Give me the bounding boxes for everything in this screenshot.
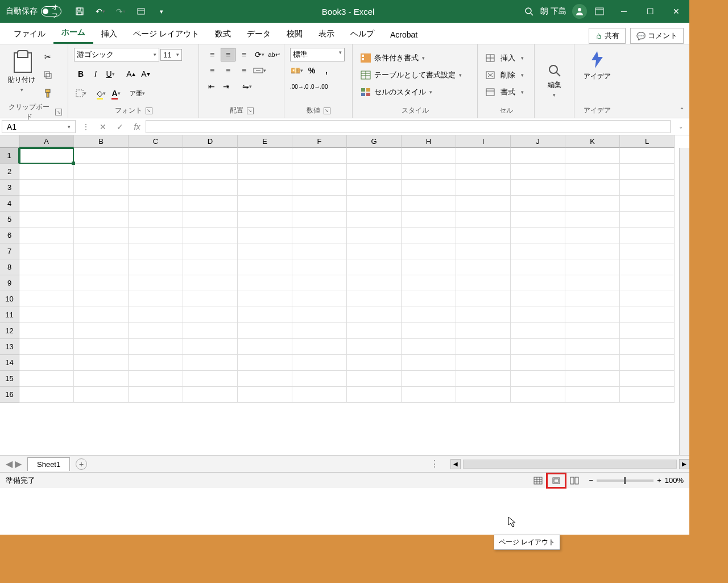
align-top-icon[interactable]: ≡ — [205, 48, 220, 61]
zoom-in-button[interactable]: + — [657, 476, 661, 485]
row-header-11[interactable]: 11 — [0, 307, 19, 323]
autosave-toggle[interactable]: オフ — [41, 6, 61, 16]
row-header-12[interactable]: 12 — [0, 323, 19, 339]
font-launcher[interactable]: ↘ — [146, 107, 152, 114]
share-button[interactable]: 🖒共有 — [589, 28, 626, 44]
currency-icon[interactable]: 💴▾ — [290, 64, 304, 77]
col-header-H[interactable]: H — [402, 135, 456, 148]
col-header-G[interactable]: G — [347, 135, 402, 148]
copy-icon[interactable] — [41, 68, 55, 82]
col-header-I[interactable]: I — [456, 135, 511, 148]
font-color-button[interactable]: A▾ — [109, 86, 123, 100]
hscroll-right-icon[interactable]: ▶ — [679, 459, 689, 469]
tab-help[interactable]: ヘルプ — [342, 24, 382, 44]
row-header-14[interactable]: 14 — [0, 355, 19, 371]
delete-cells-button[interactable]: 削除▾ — [483, 68, 526, 82]
tab-page-layout[interactable]: ページ レイアウト — [125, 24, 207, 44]
increase-decimal-icon[interactable]: .00→.0 — [290, 80, 308, 93]
number-format-combo[interactable]: 標準▾ — [290, 48, 345, 61]
hscroll-left-icon[interactable]: ◀ — [450, 459, 461, 469]
orientation-icon[interactable]: ⟳▾ — [253, 48, 266, 61]
view-page-break-icon[interactable] — [565, 474, 584, 487]
col-header-B[interactable]: B — [74, 135, 129, 148]
horizontal-scrollbar[interactable] — [463, 460, 677, 469]
decrease-font-icon[interactable]: A▾ — [139, 67, 152, 81]
font-size-combo[interactable]: 11▾ — [160, 49, 182, 61]
view-normal-icon[interactable] — [529, 474, 547, 487]
comma-icon[interactable]: , — [320, 64, 333, 77]
select-all-corner[interactable] — [0, 135, 19, 148]
qat-form-icon[interactable] — [134, 5, 148, 18]
new-sheet-button[interactable]: + — [76, 458, 87, 470]
row-header-8[interactable]: 8 — [0, 259, 19, 275]
percent-icon[interactable]: % — [305, 64, 318, 77]
increase-indent-icon[interactable]: ⇥ — [220, 80, 233, 93]
align-right-icon[interactable]: ≡ — [237, 64, 251, 77]
enter-formula-icon[interactable]: ✓ — [111, 118, 129, 135]
format-cells-button[interactable]: 書式▾ — [483, 85, 526, 99]
redo-icon[interactable]: ↷▾ — [114, 5, 127, 18]
formula-input[interactable] — [146, 120, 671, 133]
alignment-launcher[interactable]: ↘ — [247, 107, 254, 114]
col-header-C[interactable]: C — [129, 135, 183, 148]
tab-insert[interactable]: 挿入 — [93, 24, 125, 44]
tab-file[interactable]: ファイル — [6, 24, 53, 44]
tab-formulas[interactable]: 数式 — [207, 24, 239, 44]
search-icon[interactable] — [522, 5, 536, 18]
maximize-button[interactable]: ☐ — [637, 0, 663, 23]
row-header-3[interactable]: 3 — [0, 180, 19, 196]
view-page-layout-icon[interactable] — [547, 474, 565, 487]
row-header-10[interactable]: 10 — [0, 291, 19, 307]
row-header-2[interactable]: 2 — [0, 164, 19, 180]
align-bottom-icon[interactable]: ≡ — [237, 48, 251, 61]
col-header-J[interactable]: J — [511, 135, 565, 148]
row-header-9[interactable]: 9 — [0, 275, 19, 291]
undo-icon[interactable]: ↶▾ — [93, 5, 107, 18]
tab-review[interactable]: 校閲 — [279, 24, 311, 44]
bold-button[interactable]: B — [74, 67, 88, 81]
sheet-nav-prev-icon[interactable]: ◀ — [6, 458, 13, 469]
editing-button[interactable]: 編集▾ — [545, 61, 564, 100]
tab-data[interactable]: データ — [239, 24, 279, 44]
text-direction-icon[interactable]: ⇋▾ — [240, 80, 254, 93]
cut-icon[interactable]: ✂ — [41, 50, 55, 64]
col-header-E[interactable]: E — [238, 135, 292, 148]
close-button[interactable]: ✕ — [663, 0, 689, 23]
merge-cells-icon[interactable]: ▾ — [253, 64, 266, 77]
cells-area[interactable] — [19, 148, 679, 455]
minimize-button[interactable]: ─ — [611, 0, 637, 23]
col-header-A[interactable]: A — [19, 135, 74, 148]
col-header-K[interactable]: K — [565, 135, 620, 148]
fb-more-icon[interactable]: ⋮ — [77, 118, 94, 135]
row-header-5[interactable]: 5 — [0, 212, 19, 228]
format-painter-icon[interactable] — [41, 86, 55, 100]
collapse-ribbon-icon[interactable]: ⌃ — [679, 106, 685, 114]
sheet-nav-next-icon[interactable]: ▶ — [15, 458, 22, 469]
col-header-D[interactable]: D — [183, 135, 238, 148]
number-launcher[interactable]: ↘ — [324, 107, 330, 114]
align-middle-icon[interactable]: ≡ — [221, 48, 235, 61]
row-header-7[interactable]: 7 — [0, 243, 19, 259]
ribbon-display-icon[interactable] — [593, 5, 606, 18]
cancel-formula-icon[interactable]: ✕ — [94, 118, 111, 135]
tab-home[interactable]: ホーム — [53, 23, 93, 44]
font-name-combo[interactable]: 游ゴシック▾ — [74, 48, 159, 61]
wrap-text-icon[interactable]: ab↵ — [267, 48, 281, 61]
paste-button[interactable]: 貼り付け ▾ — [6, 48, 38, 95]
align-left-icon[interactable]: ≡ — [205, 64, 220, 77]
comment-button[interactable]: 💬コメント — [630, 28, 684, 44]
ideas-button[interactable]: アイデア — [581, 48, 613, 84]
decrease-indent-icon[interactable]: ⇤ — [205, 80, 218, 93]
expand-formula-icon[interactable]: ⌄ — [672, 118, 689, 135]
table-format-button[interactable]: テーブルとして書式設定▾ — [358, 68, 464, 82]
qat-customize-icon[interactable]: ▾ — [155, 5, 168, 18]
tab-acrobat[interactable]: Acrobat — [382, 26, 425, 44]
save-icon[interactable] — [73, 5, 86, 18]
name-box[interactable]: A1▾ — [2, 120, 76, 133]
cell-styles-button[interactable]: セルのスタイル▾ — [358, 85, 435, 99]
underline-button[interactable]: U▾ — [104, 67, 117, 81]
clipboard-launcher[interactable]: ↘ — [55, 109, 62, 115]
zoom-out-button[interactable]: − — [589, 476, 594, 485]
borders-button[interactable]: ▾ — [74, 86, 88, 100]
align-center-icon[interactable]: ≡ — [221, 64, 235, 77]
